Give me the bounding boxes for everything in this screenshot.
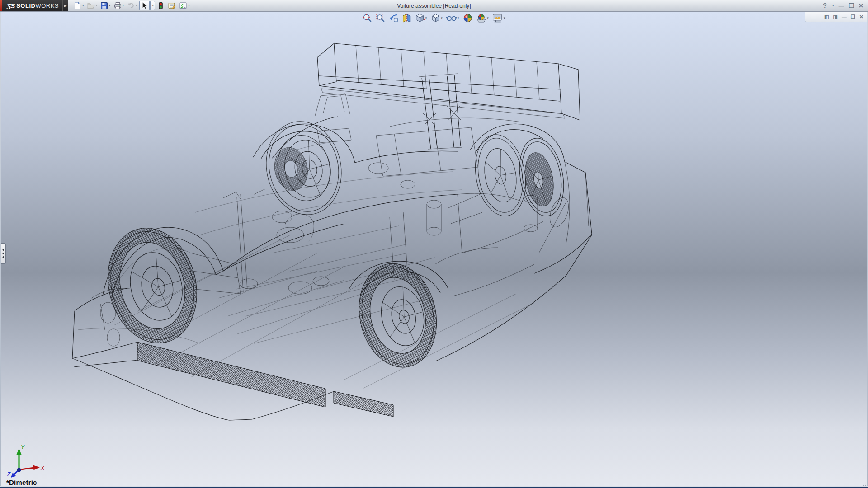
doc-restore-button[interactable]: ❐ xyxy=(851,14,855,19)
window-frame-left xyxy=(0,12,1,486)
doc-minimize-button[interactable]: — xyxy=(842,14,847,19)
wireframe-race-car-model[interactable] xyxy=(1,12,867,486)
reference-triad: X Y Z xyxy=(1,444,55,480)
triad-origin xyxy=(17,468,21,472)
zoom-fit-icon xyxy=(363,13,373,23)
printer-icon xyxy=(114,2,122,9)
undo-arrow-icon xyxy=(127,2,135,9)
properties-button[interactable] xyxy=(166,1,177,10)
open-folder-icon xyxy=(87,2,95,9)
properties-icon xyxy=(168,2,176,9)
undo-button[interactable]: ▾ xyxy=(126,1,139,10)
featuremanager-collapse-left-button[interactable]: ◧ xyxy=(824,14,829,19)
apply-scene-button[interactable]: ▾ xyxy=(475,13,490,23)
open-button[interactable]: ▾ xyxy=(86,1,99,10)
hide-show-items-button[interactable]: ▾ xyxy=(446,13,460,23)
view-orientation-icon xyxy=(415,13,425,23)
save-button[interactable]: ▾ xyxy=(99,1,112,10)
triad-x-arrow xyxy=(33,465,40,470)
options-checklist-icon xyxy=(179,2,187,9)
new-document-button[interactable]: ▾ xyxy=(72,1,85,10)
front-left-wheel[interactable] xyxy=(96,219,209,353)
resize-grip[interactable] xyxy=(860,482,867,487)
quick-access-toolbar: ▾ ▾ ▾ ▾ xyxy=(72,0,192,11)
window-controls: ? ▾ — ❐ ✕ xyxy=(823,2,868,9)
new-document-icon xyxy=(74,2,81,9)
section-view-icon xyxy=(402,13,412,23)
headsup-view-toolbar: ▾ ▾ ▾ xyxy=(362,13,506,23)
logo-bold-text: SOLID xyxy=(16,2,35,9)
featuremanager-collapse-right-button[interactable]: ◨ xyxy=(833,14,838,19)
logo-glyph: ƷS xyxy=(7,2,14,9)
apply-scene-icon xyxy=(476,13,486,23)
triad-z-label: Z xyxy=(7,471,11,478)
rear-left-wheel[interactable] xyxy=(258,114,350,222)
help-button[interactable]: ? xyxy=(823,2,827,9)
traffic-light-icon xyxy=(157,2,165,9)
appearance-ball-icon xyxy=(462,13,472,23)
edit-appearance-button[interactable] xyxy=(462,13,473,23)
rear-right-outer-wheel[interactable] xyxy=(514,135,570,220)
section-view-button[interactable] xyxy=(401,13,412,23)
menu-flyout-arrow[interactable]: ▶ xyxy=(62,0,68,11)
zoom-area-icon xyxy=(376,13,386,23)
triad-y-label: Y xyxy=(21,444,25,450)
splitter-mesh-band xyxy=(334,391,393,417)
chevron-left-icon xyxy=(2,252,4,255)
help-dropdown[interactable]: ▾ xyxy=(832,4,834,7)
close-button[interactable]: ✕ xyxy=(859,3,863,9)
select-tool-dropdown[interactable]: ▾ xyxy=(150,1,156,10)
front-right-wheel[interactable] xyxy=(350,256,446,375)
zoom-to-fit-button[interactable] xyxy=(362,13,373,23)
triad-x-label: X xyxy=(40,465,45,471)
titlebar: ƷS SOLIDWORKS ▶ ▾ ▾ ▾ xyxy=(0,0,868,11)
select-cursor-icon xyxy=(141,2,148,9)
document-window-controls: ◧ ◨ — ❐ ✕ xyxy=(805,12,867,22)
previous-view-button[interactable] xyxy=(388,13,399,23)
window-frame-bottom xyxy=(0,486,868,488)
chevron-left-icon xyxy=(2,256,4,258)
chevron-left-icon xyxy=(2,249,4,251)
minimize-button[interactable]: — xyxy=(838,3,844,9)
window-title: Voiture assomblee [Read-only] xyxy=(397,3,471,9)
options-button[interactable]: ▾ xyxy=(178,1,191,10)
doc-close-button[interactable]: ✕ xyxy=(859,14,863,19)
view-settings-icon xyxy=(492,13,503,23)
view-orientation-label: *Dimetric xyxy=(6,479,37,486)
previous-view-icon xyxy=(389,13,399,23)
print-button[interactable]: ▾ xyxy=(113,1,126,10)
radiator-mesh-band xyxy=(137,342,326,407)
graphics-viewport[interactable]: ▾ ▾ ▾ xyxy=(1,12,867,486)
select-tool-button[interactable] xyxy=(139,1,150,10)
restore-button[interactable]: ❐ xyxy=(849,3,854,9)
eyeglasses-icon xyxy=(446,13,457,23)
logo-light-text: WORKS xyxy=(35,2,59,9)
view-orientation-button[interactable]: ▾ xyxy=(415,13,428,23)
zoom-to-area-button[interactable] xyxy=(375,13,386,23)
display-style-button[interactable]: ▾ xyxy=(430,13,443,23)
save-floppy-icon xyxy=(100,2,108,9)
featuremanager-collapsed-tab[interactable] xyxy=(1,243,6,264)
display-style-icon xyxy=(430,13,440,23)
solidworks-logo: ƷS SOLIDWORKS xyxy=(2,0,62,11)
traffic-light-button[interactable] xyxy=(156,1,166,10)
view-settings-button[interactable]: ▾ xyxy=(492,13,506,23)
